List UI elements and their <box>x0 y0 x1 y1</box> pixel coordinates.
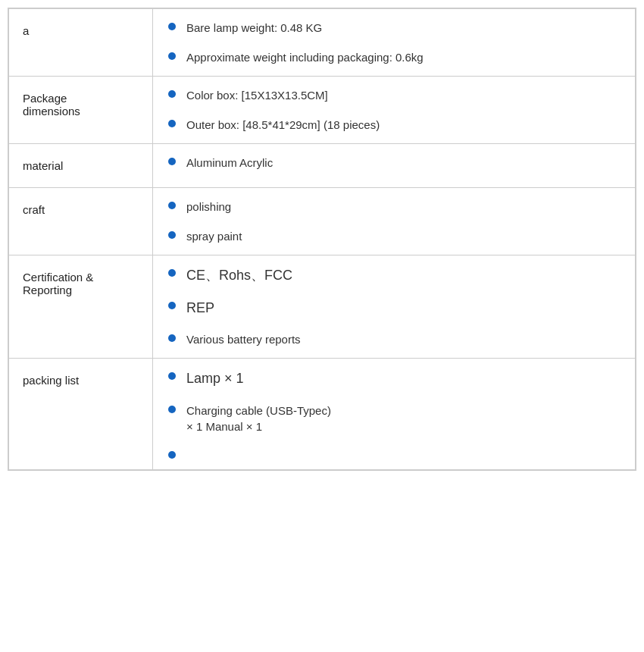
table-row: Certification &ReportingCE、Rohs、FCCREPVa… <box>9 255 636 359</box>
table-row: PackagedimensionsColor box: [15X13X13.5C… <box>9 77 636 144</box>
bullet-text: Outer box: [48.5*41*29cm] (18 pieces) <box>186 117 380 133</box>
list-item: Color box: [15X13X13.5CM] <box>168 87 620 103</box>
bullet-list: Aluminum Acrylic <box>168 155 620 171</box>
list-item: Charging cable (USB-Typec)× 1 Manual × 1 <box>168 403 620 434</box>
table-row: packing listLamp × 1Charging cable (USB-… <box>9 359 636 469</box>
bullet-text: Color box: [15X13X13.5CM] <box>186 87 328 103</box>
label-text: material <box>23 159 63 172</box>
row-label-packing-list: packing list <box>9 359 153 469</box>
bullet-dot-icon <box>168 120 176 127</box>
label-text: Certification & <box>23 271 93 284</box>
label-text: a <box>23 24 29 37</box>
bullet-text: CE、Rohs、FCC <box>186 266 292 285</box>
bullet-dot-icon <box>168 231 176 239</box>
table-row: aBare lamp weight: 0.48 KGApproximate we… <box>9 9 636 77</box>
bullet-list: Lamp × 1Charging cable (USB-Typec)× 1 Ma… <box>168 369 620 458</box>
label-text: craft <box>23 203 45 216</box>
list-item: Lamp × 1 <box>168 369 620 388</box>
bullet-text: Various battery reports <box>186 331 301 347</box>
bullet-text: Aluminum Acrylic <box>186 155 273 171</box>
bullet-dot-icon <box>168 334 176 342</box>
bullet-dot-icon <box>168 451 176 459</box>
label-text: packing list <box>23 374 79 387</box>
row-label-certification: Certification &Reporting <box>9 255 153 359</box>
bullet-list: CE、Rohs、FCCREPVarious battery reports <box>168 266 620 347</box>
row-label-craft: craft <box>9 188 153 255</box>
list-item: Various battery reports <box>168 331 620 347</box>
bullet-text: Bare lamp weight: 0.48 KG <box>186 20 322 36</box>
bullet-dot-icon <box>168 302 176 309</box>
row-label-weight: a <box>9 9 153 77</box>
label-text: Package <box>23 92 67 105</box>
bullet-dot-icon <box>168 406 176 413</box>
bullet-dot-icon <box>168 90 176 98</box>
list-item: Approximate weight including packaging: … <box>168 49 620 65</box>
row-content-craft: polishingspray paint <box>153 188 636 255</box>
bullet-text: polishing <box>186 199 231 215</box>
bullet-list: Bare lamp weight: 0.48 KGApproximate wei… <box>168 20 620 65</box>
label-text: dimensions <box>23 105 80 118</box>
row-label-package-dimensions: Packagedimensions <box>9 77 153 144</box>
bullet-dot-icon <box>168 158 176 165</box>
bullet-dot-icon <box>168 202 176 209</box>
bullet-dot-icon <box>168 269 176 277</box>
list-item: Outer box: [48.5*41*29cm] (18 pieces) <box>168 117 620 133</box>
row-content-packing-list: Lamp × 1Charging cable (USB-Typec)× 1 Ma… <box>153 359 636 469</box>
row-content-weight: Bare lamp weight: 0.48 KGApproximate wei… <box>153 9 636 77</box>
bullet-dot-icon <box>168 52 176 60</box>
list-item: Aluminum Acrylic <box>168 155 620 171</box>
bullet-text: Approximate weight including packaging: … <box>186 49 424 65</box>
bullet-dot-icon <box>168 23 176 30</box>
bullet-text: REP <box>186 299 214 318</box>
spec-table: aBare lamp weight: 0.48 KGApproximate we… <box>8 8 636 471</box>
bullet-dot-icon <box>168 372 176 380</box>
table-row: materialAluminum Acrylic <box>9 144 636 188</box>
row-content-package-dimensions: Color box: [15X13X13.5CM]Outer box: [48.… <box>153 77 636 144</box>
bullet-list: polishingspray paint <box>168 199 620 244</box>
label-text: Reporting <box>23 284 72 296</box>
list-item: REP <box>168 299 620 318</box>
bullet-text: Charging cable (USB-Typec)× 1 Manual × 1 <box>186 403 331 434</box>
list-item <box>168 448 620 459</box>
bullet-text: spray paint <box>186 228 242 244</box>
list-item: spray paint <box>168 228 620 244</box>
bullet-text: Lamp × 1 <box>186 369 244 388</box>
list-item: CE、Rohs、FCC <box>168 266 620 285</box>
row-content-material: Aluminum Acrylic <box>153 144 636 188</box>
list-item: polishing <box>168 199 620 215</box>
row-content-certification: CE、Rohs、FCCREPVarious battery reports <box>153 255 636 359</box>
bullet-list: Color box: [15X13X13.5CM]Outer box: [48.… <box>168 87 620 133</box>
list-item: Bare lamp weight: 0.48 KG <box>168 20 620 36</box>
table-row: craftpolishingspray paint <box>9 188 636 255</box>
row-label-material: material <box>9 144 153 188</box>
